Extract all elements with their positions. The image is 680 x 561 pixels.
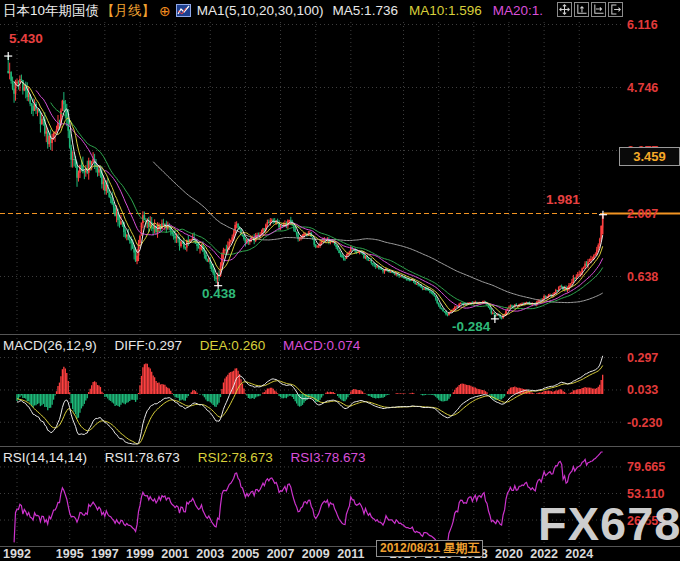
annotation-latest-high: 1.981 [546, 192, 580, 207]
ma10-value: MA10:1.596 [409, 3, 482, 18]
svg-text:2003: 2003 [196, 547, 224, 561]
macd-indicator-name[interactable]: MACD(26,12,9) [3, 338, 97, 353]
rsi2-value: RSI2:78.673 [198, 450, 273, 465]
ma-settings-label[interactable]: MA1(5,10,20,30,100) [197, 3, 324, 18]
zoom-vertical-axis-button[interactable] [574, 2, 589, 17]
svg-text:2009: 2009 [302, 547, 330, 561]
svg-text:6.116: 6.116 [627, 18, 658, 32]
rsi1-value: RSI1:78.673 [105, 450, 180, 465]
timeframe-label[interactable]: 【月线】 [101, 2, 155, 20]
chart-window: 6.1164.7463.3772.0070.6380.2970.033-0.23… [0, 0, 680, 561]
svg-text:1999: 1999 [126, 547, 154, 561]
macd-diff-value: DIFF:0.297 [115, 338, 183, 353]
expand-icon[interactable]: ⊕ [159, 3, 171, 19]
svg-text:0.033: 0.033 [627, 383, 658, 397]
svg-text:2005: 2005 [232, 547, 260, 561]
pan-tool-button[interactable] [557, 2, 572, 17]
svg-text:4.746: 4.746 [627, 81, 658, 95]
watermark: FX678 [538, 496, 680, 551]
svg-text:2007: 2007 [267, 547, 295, 561]
svg-text:2001: 2001 [161, 547, 189, 561]
axis-cursor-price-box: 3.459 [619, 147, 680, 166]
chart-header: 日本10年期国债 【月线】 ⊕ MA1(5,10,20,30,100) MA5:… [3, 1, 555, 20]
svg-text:0.638: 0.638 [627, 270, 658, 284]
annotation-negative-low: -0.284 [452, 319, 490, 334]
instrument-title: 日本10年期国债 [3, 2, 99, 20]
svg-text:2020: 2020 [495, 547, 523, 561]
macd-hist-value: MACD:0.074 [283, 338, 360, 353]
exit-button[interactable] [608, 2, 623, 17]
axis-zoom-horizontal-icon [593, 4, 604, 15]
rsi-pane-header: RSI(14,14,14) RSI1:78.673 RSI2:78.673 RS… [3, 450, 366, 465]
chart-canvas[interactable]: 6.1164.7463.3772.0070.6380.2970.033-0.23… [0, 0, 680, 561]
svg-text:2011: 2011 [337, 547, 364, 561]
ma5-value: MA5:1.736 [333, 3, 398, 18]
ma20-value: MA20:1. [493, 3, 543, 18]
svg-text:1995: 1995 [56, 547, 84, 561]
macd-dea-value: DEA:0.260 [200, 338, 265, 353]
svg-text:1997: 1997 [91, 547, 119, 561]
annotation-low-2003: 0.438 [202, 286, 236, 301]
pan-icon [559, 4, 570, 15]
macd-pane-header: MACD(26,12,9) DIFF:0.297 DEA:0.260 MACD:… [3, 338, 360, 353]
axis-zoom-vertical-icon [576, 4, 587, 15]
axis-cursor-date-box: 2012/08/31 星期五 [376, 540, 483, 557]
rsi-indicator-name[interactable]: RSI(14,14,14) [3, 450, 87, 465]
svg-text:79.665: 79.665 [627, 460, 665, 474]
toolbar [557, 2, 623, 17]
mini-chart-icon [176, 4, 191, 17]
svg-text:-0.230: -0.230 [627, 416, 662, 430]
zoom-horizontal-axis-button[interactable] [591, 2, 606, 17]
svg-text:2.007: 2.007 [627, 207, 658, 221]
rsi3-value: RSI3:78.673 [290, 450, 365, 465]
svg-text:1992: 1992 [3, 547, 31, 561]
annotation-initial-high: 5.430 [9, 31, 43, 46]
exit-icon [610, 4, 621, 15]
svg-text:0.297: 0.297 [627, 351, 658, 365]
